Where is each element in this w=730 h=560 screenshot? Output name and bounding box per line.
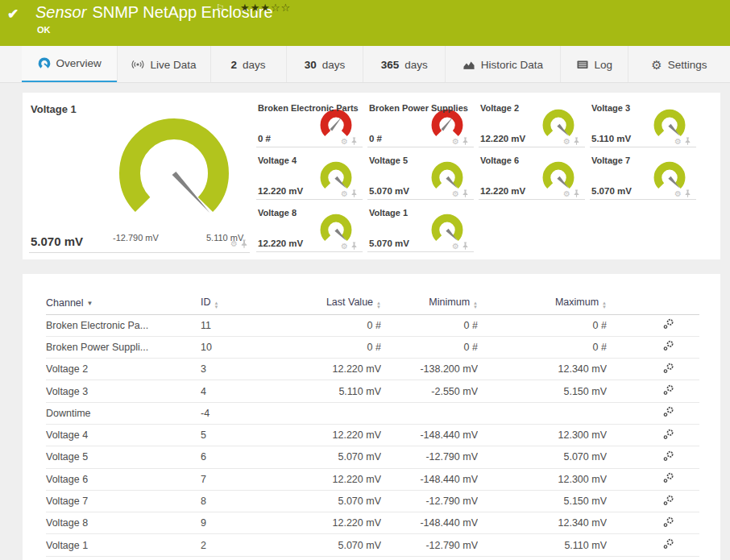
channel-name[interactable]: Voltage 4 bbox=[46, 424, 201, 446]
maximum-value: 5.150 mV bbox=[478, 490, 607, 512]
column-header-id[interactable]: ID▲▼ bbox=[201, 292, 291, 314]
gauge-settings-gear-icon[interactable]: ⚙ bbox=[341, 138, 348, 146]
channel-id: 7 bbox=[201, 468, 291, 490]
table-row[interactable]: Downtime -4 bbox=[46, 402, 699, 424]
channel-name[interactable]: Voltage 7 bbox=[46, 490, 201, 512]
channel-name[interactable]: Broken Power Suppli... bbox=[46, 336, 201, 358]
channel-settings-icon[interactable] bbox=[663, 495, 674, 508]
gauge-label: Voltage 2 bbox=[480, 103, 519, 113]
tab-overview[interactable]: Overview bbox=[22, 46, 117, 83]
gauge-cell-voltage-8[interactable]: Voltage 8 12.220 mV ⚙ bbox=[256, 205, 367, 258]
channel-name[interactable]: Downtime bbox=[46, 402, 201, 424]
last-value: 0 # bbox=[291, 314, 381, 336]
gauge-cell-broken-electronic-parts[interactable]: Broken Electronic Parts 0 # ⚙ bbox=[256, 101, 367, 153]
gauge-pin-icon[interactable] bbox=[350, 242, 358, 251]
channel-settings-icon[interactable] bbox=[663, 472, 674, 486]
gauge-pin-icon[interactable] bbox=[573, 189, 580, 198]
gauge-settings-gear-icon[interactable]: ⚙ bbox=[341, 243, 348, 251]
tab-historic-data[interactable]: Historic Data bbox=[445, 46, 560, 83]
gauge-pin-icon[interactable] bbox=[462, 137, 469, 146]
tab-30-days[interactable]: 30days bbox=[286, 46, 363, 83]
channel-id: 2 bbox=[201, 534, 291, 556]
primary-gauge-voltage-1[interactable]: Voltage 1 5.070 mV -12.790 mV 5.110 mV ⚙ bbox=[23, 93, 256, 259]
gauge-cell-voltage-1[interactable]: Voltage 1 5.070 mV ⚙ bbox=[367, 205, 479, 258]
minimum-value bbox=[381, 402, 478, 424]
table-row[interactable]: Voltage 3 4 5.110 mV -2.550 mV 5.150 mV bbox=[46, 380, 699, 402]
divider bbox=[29, 252, 250, 253]
channel-settings-icon[interactable] bbox=[663, 318, 674, 332]
gauge-pin-icon[interactable] bbox=[240, 239, 248, 249]
tab-bar: Overview Live Data 2days 30days 365days … bbox=[0, 46, 730, 83]
table-row[interactable]: Voltage 1 2 5.070 mV -12.790 mV 5.110 mV bbox=[46, 534, 699, 556]
channel-settings-icon[interactable] bbox=[663, 384, 674, 398]
gauge-pin-icon[interactable] bbox=[684, 189, 691, 198]
gauge-cell-voltage-2[interactable]: Voltage 2 12.220 mV ⚙ bbox=[479, 101, 590, 153]
column-header-minimum[interactable]: Minimum▲▼ bbox=[381, 292, 478, 314]
last-value bbox=[291, 402, 381, 424]
gauge-cell-voltage-7[interactable]: Voltage 7 5.070 mV ⚙ bbox=[590, 153, 701, 205]
channels-table: Channel▼ ID▲▼ Last Value▲▼ Minimum▲▼ Max… bbox=[46, 292, 699, 557]
gauge-pin-icon[interactable] bbox=[462, 242, 469, 251]
gauge-pin-icon[interactable] bbox=[573, 137, 580, 146]
channel-settings-icon[interactable] bbox=[663, 363, 674, 376]
table-row[interactable]: Voltage 4 5 12.220 mV -148.440 mV 12.300… bbox=[46, 424, 699, 446]
channel-name[interactable]: Broken Electronic Pa... bbox=[46, 314, 201, 336]
gauge-cell-voltage-4[interactable]: Voltage 4 12.220 mV ⚙ bbox=[256, 153, 367, 205]
channel-name[interactable]: Voltage 5 bbox=[46, 446, 201, 468]
flag-icon[interactable]: ⚐ bbox=[216, 2, 225, 14]
table-row[interactable]: Voltage 5 6 5.070 mV -12.790 mV 5.070 mV bbox=[46, 446, 699, 468]
channel-settings-icon[interactable] bbox=[663, 538, 674, 552]
divider bbox=[256, 251, 363, 252]
gauge-settings-gear-icon[interactable]: ⚙ bbox=[452, 243, 459, 251]
gauge-settings-gear-icon[interactable]: ⚙ bbox=[341, 190, 348, 198]
channel-name[interactable]: Voltage 6 bbox=[46, 468, 201, 490]
primary-gauge-dial bbox=[110, 114, 238, 234]
gauge-cell-voltage-6[interactable]: Voltage 6 12.220 mV ⚙ bbox=[479, 153, 590, 205]
gauge-settings-gear-icon[interactable]: ⚙ bbox=[230, 240, 238, 248]
column-header-maximum[interactable]: Maximum▲▼ bbox=[478, 292, 607, 314]
gauge-pin-icon[interactable] bbox=[684, 137, 691, 146]
gauge-label: Voltage 1 bbox=[31, 103, 77, 115]
gauge-settings-gear-icon[interactable]: ⚙ bbox=[563, 138, 570, 146]
tab-log[interactable]: Log bbox=[560, 46, 628, 83]
minimum-value: -148.440 mV bbox=[381, 512, 478, 534]
tab-365-days[interactable]: 365days bbox=[363, 46, 445, 83]
channel-settings-icon[interactable] bbox=[663, 340, 674, 354]
tab-2-days[interactable]: 2days bbox=[210, 46, 286, 83]
table-row[interactable]: Voltage 2 3 12.220 mV -138.200 mV 12.340… bbox=[46, 359, 699, 380]
channel-settings-icon[interactable] bbox=[663, 406, 674, 420]
gauge-pin-icon[interactable] bbox=[350, 189, 358, 198]
gauge-settings-gear-icon[interactable]: ⚙ bbox=[452, 190, 459, 198]
gauge-cell-voltage-5[interactable]: Voltage 5 5.070 mV ⚙ bbox=[367, 153, 479, 205]
channel-name[interactable]: Voltage 1 bbox=[46, 534, 201, 556]
tab-live-data[interactable]: Live Data bbox=[117, 46, 209, 83]
column-header-channel[interactable]: Channel▼ bbox=[46, 292, 201, 314]
channel-settings-icon[interactable] bbox=[663, 450, 674, 464]
priority-stars[interactable]: ★★★☆☆ bbox=[240, 2, 291, 14]
channel-name[interactable]: Voltage 3 bbox=[46, 380, 201, 402]
gauge-settings-gear-icon[interactable]: ⚙ bbox=[452, 138, 459, 146]
tab-settings[interactable]: ⚙ Settings bbox=[628, 46, 730, 83]
table-row[interactable]: Voltage 8 9 12.220 mV -148.440 mV 12.340… bbox=[46, 512, 699, 534]
channel-settings-icon[interactable] bbox=[663, 516, 674, 530]
last-value: 5.070 mV bbox=[291, 534, 381, 556]
gauge-label: Broken Power Supplies bbox=[369, 103, 468, 113]
gauge-settings-gear-icon[interactable]: ⚙ bbox=[674, 138, 682, 146]
gauge-cell-broken-power-supplies[interactable]: Broken Power Supplies 0 # ⚙ bbox=[367, 101, 479, 153]
table-row[interactable]: Broken Electronic Pa... 11 0 # 0 # 0 # bbox=[46, 314, 699, 336]
maximum-value: 12.340 mV bbox=[478, 512, 607, 534]
table-row[interactable]: Voltage 6 7 12.220 mV -148.440 mV 12.300… bbox=[46, 468, 699, 490]
channel-settings-icon[interactable] bbox=[663, 429, 674, 442]
table-row[interactable]: Voltage 7 8 5.070 mV -12.790 mV 5.150 mV bbox=[46, 490, 699, 512]
gauge-settings-gear-icon[interactable]: ⚙ bbox=[563, 190, 570, 198]
gauge-label: Voltage 3 bbox=[591, 103, 630, 113]
tab-label: Settings bbox=[668, 59, 707, 71]
gauge-cell-voltage-3[interactable]: Voltage 3 5.110 mV ⚙ bbox=[590, 101, 701, 153]
gauge-pin-icon[interactable] bbox=[350, 137, 358, 146]
table-row[interactable]: Broken Power Suppli... 10 0 # 0 # 0 # bbox=[46, 336, 699, 358]
gauge-pin-icon[interactable] bbox=[462, 189, 469, 198]
column-header-last-value[interactable]: Last Value▲▼ bbox=[291, 292, 381, 314]
channel-name[interactable]: Voltage 8 bbox=[46, 512, 201, 534]
channel-name[interactable]: Voltage 2 bbox=[46, 359, 201, 380]
gauge-settings-gear-icon[interactable]: ⚙ bbox=[674, 190, 682, 198]
